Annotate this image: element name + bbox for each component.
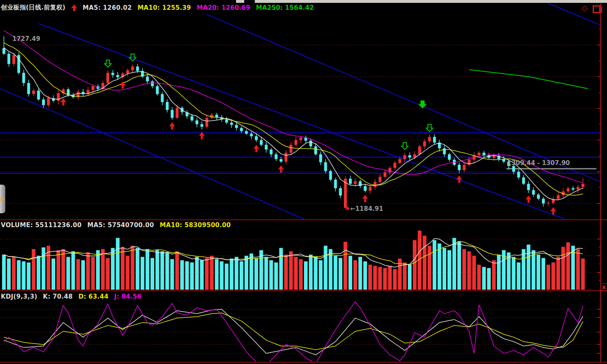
volume-ma5[interactable]: MA5: 57540700.00: [87, 221, 154, 229]
toolbar-edge-strip: [255, 0, 607, 3]
kdj-name[interactable]: KDJ(9,3,3): [1, 293, 37, 300]
volume-header: VOLUME: 55111236.00 MA5: 57540700.00 MA1…: [1, 221, 231, 229]
volume-value[interactable]: VOLUME: 55111236.00: [1, 221, 81, 229]
kdj-j-value: J: 84.56: [114, 293, 142, 300]
volume-ma10[interactable]: MA10: 58309500.00: [160, 221, 231, 229]
low-point-marker-icon: [345, 206, 350, 210]
kdj-k-value: K: 70.48: [43, 293, 73, 300]
trading-app-window: ◇ 创业板指(日线.前复权) MA5: 1260.02 MA10: 1255.3…: [0, 0, 607, 364]
ma5-legend[interactable]: MA5: 1260.02: [83, 4, 132, 11]
high-price-label: 1727.49: [12, 35, 40, 42]
restore-window-icon-detail2: [598, 12, 602, 13]
ma10-legend[interactable]: MA10: 1255.39: [137, 4, 191, 11]
kdj-d-value: D: 63.44: [79, 293, 109, 300]
sidebar-expand-tab[interactable]: [0, 185, 5, 213]
low-price-label: ←1184.91: [350, 205, 383, 212]
diamond-icon[interactable]: ◇: [582, 3, 588, 12]
indicator-close-button[interactable]: X: [600, 284, 607, 291]
instrument-title: 创业板指(日线.前复权): [1, 4, 65, 11]
main-chart-header: 创业板指(日线.前复权) MA5: 1260.02 MA10: 1255.39 …: [1, 4, 314, 11]
gap-price-label: 1309.44 - 1307.90: [507, 159, 570, 167]
ma20-legend[interactable]: MA20: 1260.69: [197, 4, 250, 11]
ma250-legend[interactable]: MA250: 1564.42: [256, 4, 314, 11]
up-arrow-icon: [71, 4, 77, 11]
expand-arrow-icon: [1, 196, 4, 202]
toolbar-edge-strip: [236, 0, 244, 3]
kdj-header: KDJ(9,3,3) K: 70.48 D: 63.44 J: 84.56: [1, 293, 142, 300]
chart-plot-area[interactable]: [0, 0, 607, 364]
